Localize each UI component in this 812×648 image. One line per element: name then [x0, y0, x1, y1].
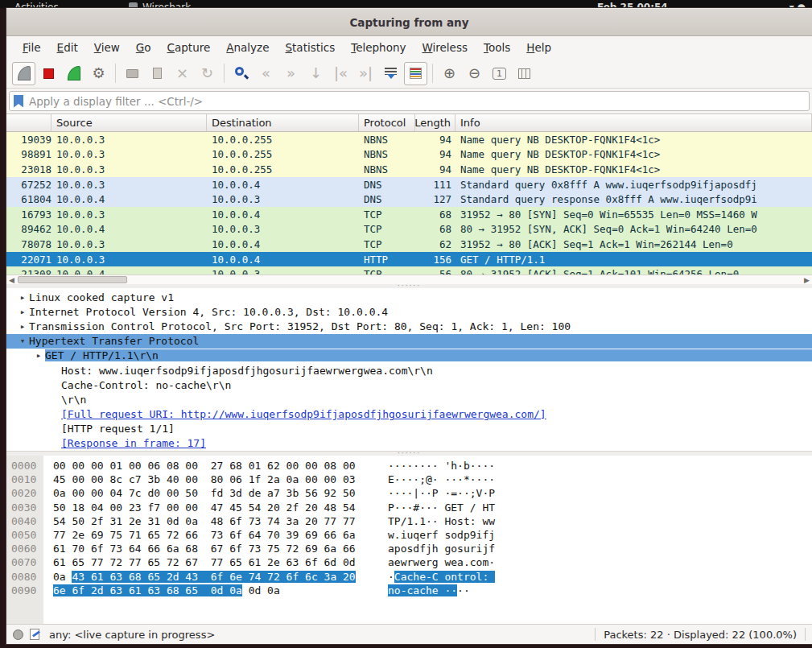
packet-row[interactable]: 9889110.0.0.310.0.0.255NBNS94Name query … [6, 147, 812, 163]
hex-ascii[interactable]: aewrwerg wea.com· [388, 556, 495, 568]
toolbar-normal-size[interactable]: 1 [488, 62, 511, 85]
menu-item-capture[interactable]: Capture [159, 39, 219, 56]
detail-line[interactable]: ▸Transmission Control Protocol, Src Port… [6, 319, 812, 333]
hex-bytes[interactable]: 50 18 04 00 23 f7 00 00 47 45 54 20 2f 2… [53, 501, 356, 514]
toolbar-resize-columns[interactable] [513, 62, 536, 85]
capture-comment-icon[interactable] [30, 629, 39, 640]
scrollbar-thumb[interactable] [18, 276, 127, 283]
hex-ascii[interactable]: no-cache ···· [388, 584, 470, 596]
packet-row[interactable]: 2130810.0.0.410.0.0.3TCP5680 → 31952 [AC… [6, 266, 812, 274]
hex-bytes[interactable]: 00 00 00 01 00 06 08 00 27 68 01 62 00 0… [53, 460, 356, 472]
hex-ascii[interactable]: ·Cache-C ontrol: [388, 571, 495, 583]
column-header-number[interactable] [6, 114, 52, 131]
scroll-left-arrow-icon[interactable]: ◀ [6, 275, 17, 284]
menu-item-view[interactable]: View [86, 39, 128, 56]
hex-row[interactable]: 00200a 00 00 04 7c d0 00 50 fd 3d de a7 … [6, 487, 812, 501]
hex-bytes[interactable]: 54 50 2f 31 2e 31 0d 0a 48 6f 73 74 3a 2… [53, 515, 356, 527]
window-titlebar[interactable]: Capturing from any [6, 8, 812, 36]
column-header-length[interactable]: Length [415, 114, 455, 131]
expander-expanded-icon[interactable]: ▾ [16, 336, 29, 346]
detail-line[interactable]: [Full request URI: http://www.iuqerfsodp… [6, 407, 812, 422]
toolbar-go-forward[interactable]: » [279, 62, 303, 85]
detail-line[interactable]: \r\n [6, 392, 812, 407]
hex-bytes[interactable]: 45 00 00 8c c7 3b 40 00 80 06 1f 2a 0a 0… [53, 473, 356, 485]
packet-row[interactable]: 6725210.0.0.310.0.0.4DNS111Standard quer… [6, 177, 812, 192]
menu-item-file[interactable]: File [14, 39, 49, 56]
toolbar-last-packet[interactable]: »| [354, 62, 377, 85]
menu-item-analyze[interactable]: Analyze [218, 39, 277, 56]
hex-bytes[interactable]: 0a 00 00 04 7c d0 00 50 fd 3d de a7 3b 5… [53, 487, 356, 499]
toolbar-first-packet[interactable]: |« [329, 62, 352, 85]
toolbar-close-file[interactable]: × [171, 62, 194, 85]
column-header-source[interactable]: Source [52, 114, 207, 131]
hex-bytes[interactable]: 61 65 77 72 77 65 72 67 77 65 61 2e 63 6… [53, 556, 356, 568]
toolbar-go-back[interactable]: « [254, 62, 278, 85]
hex-row[interactable]: 000000 00 00 01 00 06 08 00 27 68 01 62 … [6, 460, 812, 473]
toolbar-zoom-in[interactable]: ⊕ [438, 62, 461, 85]
detail-line[interactable]: ▸Linux cooked capture v1 [6, 290, 812, 304]
toolbar-open-file[interactable] [121, 62, 144, 85]
toolbar-find-packet[interactable] [229, 62, 253, 85]
hex-ascii[interactable]: E····;@· ···*···· [388, 473, 495, 485]
expander-collapsed-icon[interactable]: ▸ [32, 350, 45, 361]
menu-item-help[interactable]: Help [518, 39, 559, 56]
hex-bytes[interactable]: 61 70 6f 73 64 66 6a 68 67 6f 73 75 72 6… [53, 543, 356, 555]
hex-bytes[interactable]: 77 2e 69 75 71 65 72 66 73 6f 64 70 39 6… [53, 529, 356, 541]
column-header-info[interactable]: Info [455, 114, 812, 131]
hex-row[interactable]: 004054 50 2f 31 2e 31 0d 0a 48 6f 73 74 … [6, 515, 812, 529]
hex-row[interactable]: 00906e 6f 2d 63 61 63 68 65 0d 0a 0d 0an… [6, 584, 812, 598]
display-filter-box[interactable] [9, 91, 810, 111]
detail-line[interactable]: ▾Hypertext Transfer Protocol [6, 334, 812, 349]
expert-info-icon[interactable] [13, 629, 23, 640]
system-tray[interactable]: ▾ ● [789, 2, 806, 8]
menu-item-telephony[interactable]: Telephony [343, 39, 414, 56]
display-filter-input[interactable] [29, 95, 809, 108]
menu-item-go[interactable]: Go [128, 39, 159, 56]
column-header-destination[interactable]: Destination [207, 114, 359, 131]
activities-button[interactable]: Activities [14, 2, 59, 8]
hex-row[interactable]: 003050 18 04 00 23 f7 00 00 47 45 54 20 … [6, 501, 812, 515]
hex-row[interactable]: 006061 70 6f 73 64 66 6a 68 67 6f 73 75 … [6, 543, 812, 556]
clock[interactable]: Feb 25 00:54 [597, 2, 668, 8]
hex-row[interactable]: 005077 2e 69 75 71 65 72 66 73 6f 64 70 … [6, 529, 812, 543]
expander-collapsed-icon[interactable]: ▸ [16, 321, 29, 332]
detail-line[interactable]: ▸GET / HTTP/1.1\r\n [6, 349, 812, 363]
toolbar-reload-file[interactable]: ↻ [196, 62, 219, 85]
toolbar-colorize[interactable] [404, 62, 427, 85]
toolbar-auto-scroll[interactable] [379, 62, 402, 85]
toolbar-capture-options[interactable]: ⚙ [87, 62, 110, 85]
packet-row[interactable]: 2207110.0.0.310.0.0.4HTTP156GET / HTTP/1… [6, 252, 812, 267]
hex-bytes[interactable]: 0a 43 61 63 68 65 2d 43 6f 6e 74 72 6f 6… [53, 571, 356, 583]
packet-row[interactable]: 1679310.0.0.310.0.0.4TCP6831952 → 80 [SY… [6, 207, 812, 222]
detail-line[interactable]: Host: www.iuqerfsodp9ifjaposdfjhgosurijf… [6, 363, 812, 378]
hex-ascii[interactable]: w.iuqerf sodp9ifj [388, 529, 495, 541]
toolbar-go-to-packet[interactable]: ↓ [304, 62, 328, 85]
hex-bytes[interactable]: 6e 6f 2d 63 61 63 68 65 0d 0a 0d 0a [53, 584, 280, 596]
menu-item-tools[interactable]: Tools [476, 39, 518, 56]
packet-row[interactable]: 1903910.0.0.310.0.0.255NBNS94Name query … [6, 132, 812, 147]
column-header-protocol[interactable]: Protocol [359, 114, 415, 131]
hex-ascii[interactable]: ····|··P ·=··;V·P [388, 487, 495, 499]
hex-row[interactable]: 001045 00 00 8c c7 3b 40 00 80 06 1f 2a … [6, 473, 812, 487]
detail-line[interactable]: ▸Internet Protocol Version 4, Src: 10.0.… [6, 304, 812, 319]
hex-ascii[interactable]: P···#··· GET / HT [388, 501, 495, 514]
toolbar-restart-capture[interactable] [62, 62, 85, 85]
expander-collapsed-icon[interactable]: ▸ [16, 292, 29, 303]
packet-row[interactable]: 2301810.0.0.310.0.0.255NBNS94Name query … [6, 162, 812, 177]
menu-item-statistics[interactable]: Statistics [277, 39, 343, 56]
focused-app-indicator[interactable]: Wireshark [129, 2, 191, 8]
packet-row[interactable]: 8946210.0.0.410.0.0.3TCP6880 → 31952 [SY… [6, 222, 812, 237]
expander-collapsed-icon[interactable]: ▸ [16, 307, 29, 317]
menu-item-edit[interactable]: Edit [49, 39, 86, 56]
hex-row[interactable]: 007061 65 77 72 77 65 72 67 77 65 61 2e … [6, 556, 812, 570]
menu-item-wireless[interactable]: Wireless [414, 39, 476, 56]
packet-row[interactable]: 7807810.0.0.310.0.0.4TCP6231952 → 80 [AC… [6, 237, 812, 252]
bookmark-icon[interactable] [14, 95, 23, 108]
hex-ascii[interactable]: ········ 'h·b···· [388, 460, 495, 472]
hex-row[interactable]: 00800a 43 61 63 68 65 2d 43 6f 6e 74 72 … [6, 571, 812, 584]
toolbar-save-file[interactable] [146, 62, 169, 85]
horizontal-scrollbar[interactable]: ◀ ▶ [6, 274, 812, 284]
hex-ascii[interactable]: aposdfjh gosurijf [388, 543, 495, 555]
hex-ascii[interactable]: TP/1.1·· Host: ww [388, 515, 495, 527]
detail-line[interactable]: Cache-Control: no-cache\r\n [6, 378, 812, 392]
